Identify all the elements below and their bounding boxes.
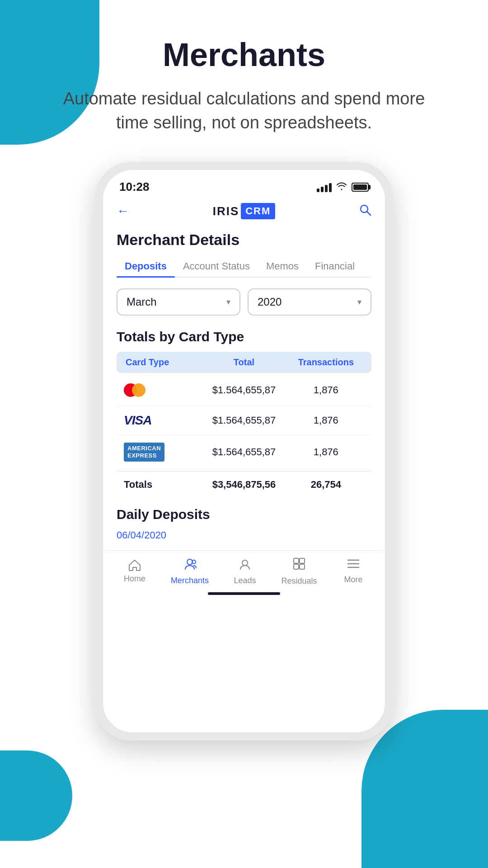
- cell-totals-transactions: 26,754: [285, 479, 367, 491]
- svg-rect-7: [294, 564, 299, 569]
- bottom-nav: Home Merchants: [103, 550, 385, 590]
- year-dropdown[interactable]: 2020 ▾: [248, 288, 371, 316]
- home-indicator: [208, 592, 280, 595]
- signal-bars-icon: [317, 182, 332, 192]
- cell-visa-transactions: 1,876: [285, 415, 367, 426]
- cell-visa-logo: VISA: [121, 413, 203, 428]
- cell-mastercard-logo: [121, 382, 203, 398]
- dropdowns-row: March ▾ 2020 ▾: [117, 288, 371, 316]
- signal-bar-3: [325, 185, 328, 192]
- table-row-mastercard: $1.564,655,87 1,876: [117, 375, 371, 406]
- phone-notch: [203, 162, 285, 168]
- deposit-date-label: 06/04/2020: [117, 529, 166, 541]
- battery-fill: [353, 184, 367, 190]
- daily-deposits-title: Daily Deposits: [117, 507, 371, 522]
- merchant-section: Merchant Details Deposits Account Status…: [103, 226, 385, 497]
- signal-bar-2: [321, 187, 324, 192]
- nav-item-more[interactable]: More: [335, 558, 371, 585]
- tab-financial[interactable]: Financial: [307, 256, 363, 277]
- totals-summary-row: Totals $3,546,875,56 26,754: [117, 471, 371, 498]
- signal-bar-4: [329, 183, 332, 192]
- phone-inner: 10:28: [103, 170, 385, 732]
- tab-deposits[interactable]: Deposits: [117, 256, 175, 277]
- page-content: Merchants Automate residual calculations…: [0, 0, 488, 741]
- visa-icon: VISA: [124, 413, 151, 427]
- search-icon[interactable]: [359, 203, 371, 219]
- mc-circle-right: [132, 383, 145, 397]
- nav-item-merchants[interactable]: Merchants: [171, 557, 209, 585]
- leads-icon: [238, 557, 252, 573]
- tabs-row: Deposits Account Status Memos Financial: [117, 256, 371, 278]
- col-header-transactions: Transactions: [285, 357, 367, 368]
- more-icon: [347, 558, 360, 572]
- svg-rect-8: [300, 564, 305, 569]
- merchants-icon: [183, 557, 197, 573]
- svg-point-4: [242, 560, 248, 566]
- table-row-visa: VISA $1.564,655,87 1,876: [117, 406, 371, 435]
- phone-frame: 10:28: [95, 162, 393, 741]
- table-row-amex: AMERICANEXPRESS $1.564,655,87 1,876: [117, 435, 371, 469]
- back-button[interactable]: ←: [117, 204, 129, 218]
- home-icon: [128, 559, 141, 571]
- nav-label-residuals: Residuals: [281, 576, 317, 586]
- residuals-icon: [292, 557, 306, 574]
- nav-label-more: More: [344, 575, 362, 585]
- iris-logo-text: IRIS: [213, 204, 239, 218]
- nav-label-leads: Leads: [234, 576, 256, 585]
- cell-visa-total: $1.564,655,87: [203, 415, 285, 426]
- card-type-table: Card Type Total Transactions: [117, 352, 371, 497]
- cell-amex-total: $1.564,655,87: [203, 446, 285, 458]
- nav-label-merchants: Merchants: [171, 576, 209, 585]
- cell-mastercard-transactions: 1,876: [285, 384, 367, 396]
- col-header-card-type: Card Type: [121, 357, 203, 368]
- page-subtitle: Automate residual calculations and spend…: [59, 87, 429, 135]
- svg-rect-5: [294, 558, 299, 563]
- cell-totals-amount: $3,546,875,56: [203, 479, 285, 491]
- cell-amex-logo: AMERICANEXPRESS: [121, 443, 203, 461]
- month-dropdown-arrow: ▾: [226, 297, 230, 307]
- iris-crm-logo: IRIS CRM: [213, 203, 276, 219]
- month-dropdown[interactable]: March ▾: [117, 288, 240, 316]
- battery-icon: [352, 183, 369, 192]
- svg-rect-6: [300, 558, 305, 563]
- col-header-total: Total: [203, 357, 285, 368]
- status-time: 10:28: [119, 180, 150, 194]
- wifi-icon: [336, 181, 347, 193]
- status-bar: 10:28: [103, 170, 385, 198]
- app-header: ← IRIS CRM: [103, 198, 385, 226]
- nav-item-leads[interactable]: Leads: [227, 557, 263, 585]
- amex-icon: AMERICANEXPRESS: [124, 443, 164, 461]
- year-dropdown-arrow: ▾: [357, 297, 361, 307]
- totals-section-title: Totals by Card Type: [117, 329, 371, 344]
- merchant-details-title: Merchant Details: [117, 231, 371, 249]
- tab-memos[interactable]: Memos: [258, 256, 307, 277]
- nav-label-home: Home: [124, 574, 145, 584]
- phone-mockup: 10:28: [95, 162, 393, 741]
- signal-bar-1: [317, 189, 319, 192]
- page-title: Merchants: [163, 36, 325, 73]
- tab-account-status[interactable]: Account Status: [175, 256, 258, 277]
- cell-totals-label: Totals: [121, 479, 203, 491]
- svg-line-1: [367, 212, 371, 215]
- table-header-row: Card Type Total Transactions: [117, 352, 371, 373]
- bg-shape-bottom-left: [0, 750, 72, 841]
- status-icons: [317, 181, 369, 193]
- nav-item-residuals[interactable]: Residuals: [281, 557, 317, 586]
- cell-amex-transactions: 1,876: [285, 446, 367, 458]
- daily-deposits-section: Daily Deposits 06/04/2020: [103, 498, 385, 541]
- cell-mastercard-total: $1.564,655,87: [203, 384, 285, 396]
- nav-item-home[interactable]: Home: [117, 559, 153, 584]
- crm-logo-text: CRM: [241, 203, 275, 219]
- mastercard-icon: [124, 382, 147, 398]
